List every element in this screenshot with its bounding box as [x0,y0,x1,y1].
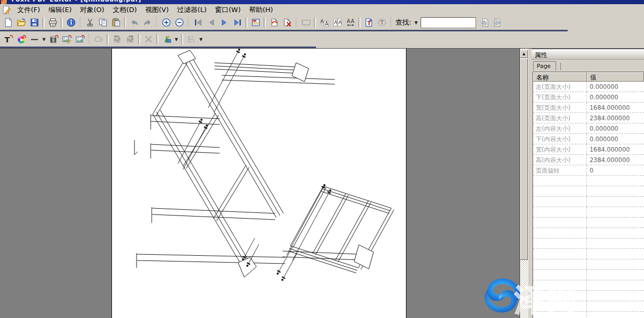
shapes-dropdown-button[interactable]: ▼ [173,33,179,45]
menu-item[interactable]: 文档(D) [108,5,141,15]
keyboard-button[interactable] [299,16,312,29]
property-row[interactable]: 宽(内容大小)1684.000000 [533,144,644,155]
find-dropdown-button[interactable]: ▼ [413,17,419,28]
new-button[interactable] [2,16,15,29]
text-region-button[interactable]: T [375,16,388,29]
line-style-dropdown-button[interactable]: ▼ [41,33,47,45]
property-row[interactable]: 页面旋转0 [533,165,644,176]
property-row[interactable]: 左(页面大小)0.000000 [533,82,644,92]
add-text-button[interactable]: T [362,16,375,29]
pdf-page[interactable] [111,49,406,318]
find-next-button[interactable] [491,16,504,29]
delete-object-button[interactable] [142,33,155,46]
page-thumbnails-button[interactable] [249,16,262,29]
property-row[interactable]: 下(页面大小)0.000000 [533,92,644,103]
properties-panel: 属性 Page 名称 值 左(页面大小)0.000000下(页面大小)0.000… [532,49,644,318]
menu-item[interactable]: 对象(O) [76,5,108,15]
paste-button[interactable] [109,16,122,29]
group-rotate-right-button[interactable] [123,33,137,46]
property-value[interactable]: 1684.000000 [587,144,644,154]
find-prev-button[interactable] [478,16,491,29]
next-page-button[interactable] [218,16,231,29]
save-button[interactable] [28,16,41,29]
toolbar-separator [264,17,266,28]
property-value[interactable]: 2384.000000 [587,113,644,123]
toolbar-grip[interactable] [187,17,190,28]
property-name: 左(内容大小) [533,123,587,133]
image-edit-button[interactable] [60,33,73,46]
property-value[interactable]: 0 [587,165,644,175]
property-name [533,249,587,259]
table-rows: 左(页面大小)0.000000下(页面大小)0.000000宽(页面大小)168… [533,82,644,318]
shape-edit-button[interactable] [92,33,105,46]
font-spacing-button[interactable]: AA [344,16,357,29]
find-input[interactable] [421,17,476,28]
text-tool-icon: T [4,35,13,44]
svg-text:A: A [334,20,337,25]
document-menu-icon[interactable] [2,5,11,14]
property-value[interactable]: 1684.000000 [587,103,644,112]
property-row[interactable]: 下(内容大小)0.000000 [533,134,644,144]
shapes-3d-button[interactable] [160,33,173,46]
gradient-tool-button[interactable] [47,33,60,46]
toolbar-grip[interactable] [79,17,82,28]
first-page-button[interactable] [191,16,205,29]
property-row[interactable]: 高(内容大小)2384.000000 [533,155,644,165]
open-button[interactable] [15,16,28,29]
toolbar-separator [314,17,316,28]
last-page-button[interactable] [231,16,244,29]
line-tool-button[interactable] [28,33,41,46]
group-rotate-left-button[interactable] [110,33,123,46]
align-tool-button[interactable] [185,33,198,46]
properties-table: 名称 值 左(页面大小)0.000000下(页面大小)0.000000宽(页面大… [533,72,644,318]
undo-button[interactable] [128,16,141,29]
color-wheel-icon [17,35,26,44]
property-value[interactable]: 0.000000 [587,134,644,144]
property-value[interactable]: 0.000000 [587,82,644,92]
next-page-icon [220,18,229,27]
font-size-button[interactable]: AA [318,16,331,29]
scroll-up-button[interactable]: ▲ [520,50,528,58]
property-value [587,312,644,318]
redo-button[interactable] [141,16,154,29]
align-dropdown-button[interactable]: ▼ [198,33,204,45]
delete-page-button[interactable] [280,16,293,29]
menu-item[interactable]: 视图(V) [141,5,173,15]
toolbar-grip[interactable] [88,34,91,44]
zoom-in-button[interactable] [160,16,173,29]
property-row[interactable]: 宽(页面大小)1684.000000 [533,103,644,113]
toolbar-grip[interactable] [295,17,298,28]
property-value[interactable]: 0.000000 [587,123,644,133]
font-pair-button[interactable]: AA [331,16,344,29]
property-row[interactable]: 高(页面大小)2384.000000 [533,113,644,123]
property-name [533,176,587,186]
color-wheel-button[interactable] [15,33,28,46]
print-button[interactable] [46,16,59,29]
cut-button[interactable] [83,16,96,29]
group-rotate-left-icon [112,35,122,44]
empty-row [533,238,644,249]
rotate-page-button[interactable] [267,16,280,29]
scrollbar-thumb[interactable] [520,59,528,260]
vertical-scrollbar[interactable]: ▲ [519,49,528,318]
toolbar-grip[interactable] [390,17,392,28]
menu-item[interactable]: 文件(F) [13,5,44,15]
menu-item[interactable]: 窗口(W) [211,5,245,15]
menu-item[interactable]: 帮助(H) [245,5,277,15]
info-button[interactable] [64,16,77,29]
toolbar-grip[interactable] [155,17,158,28]
tab-page[interactable]: Page [533,61,556,71]
menu-item[interactable]: 过滤器(L) [173,5,211,15]
property-value [587,249,644,259]
property-value[interactable]: 2384.000000 [587,155,644,165]
svg-text:A: A [351,18,354,24]
copy-button[interactable] [96,16,109,29]
image-replace-button[interactable] [73,33,86,46]
text-tool-button[interactable]: T [2,33,15,46]
property-row[interactable]: 左(内容大小)0.000000 [533,123,644,134]
prev-page-button[interactable] [205,16,218,29]
property-value[interactable]: 0.000000 [587,92,644,102]
zoom-out-button[interactable] [173,16,186,29]
delete-page-icon [283,18,292,27]
menu-item[interactable]: 编辑(E) [44,5,76,15]
